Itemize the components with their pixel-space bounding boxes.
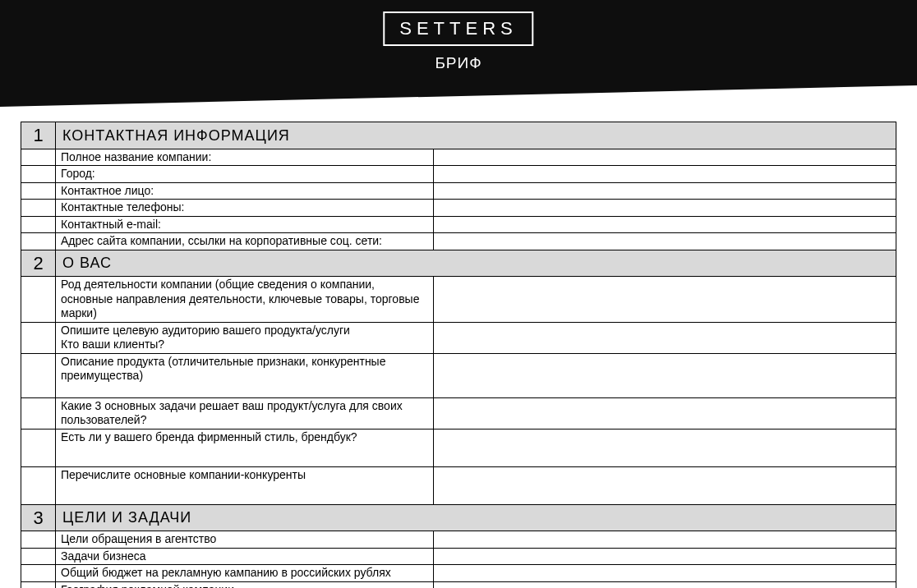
table-spacer bbox=[21, 565, 56, 582]
field-label: Полное название компании: bbox=[56, 149, 434, 166]
section-number: 3 bbox=[21, 504, 56, 531]
table-spacer bbox=[21, 531, 56, 549]
table-spacer bbox=[21, 353, 56, 397]
field-value[interactable] bbox=[434, 200, 896, 217]
document-subtitle: БРИФ bbox=[435, 54, 482, 72]
table-spacer bbox=[21, 200, 56, 217]
table-spacer bbox=[21, 166, 56, 183]
field-value[interactable] bbox=[434, 216, 896, 233]
field-value[interactable] bbox=[434, 531, 896, 549]
field-value[interactable] bbox=[434, 166, 896, 183]
field-label: Контактные телефоны: bbox=[56, 200, 434, 217]
section-title: КОНТАКТНАЯ ИНФОРМАЦИЯ bbox=[56, 122, 896, 149]
section-title: ЦЕЛИ И ЗАДАЧИ bbox=[56, 504, 896, 531]
field-label: Задачи бизнеса bbox=[56, 548, 434, 565]
field-value[interactable] bbox=[434, 182, 896, 200]
field-label: Есть ли у вашего бренда фирменный стиль,… bbox=[56, 429, 434, 466]
field-value[interactable] bbox=[434, 581, 896, 588]
section-number: 1 bbox=[21, 122, 56, 149]
table-spacer bbox=[21, 581, 56, 588]
field-value[interactable] bbox=[434, 466, 896, 504]
field-value[interactable] bbox=[434, 322, 896, 353]
field-value[interactable] bbox=[434, 565, 896, 582]
field-label: Описание продукта (отличительные признак… bbox=[56, 353, 434, 397]
table-spacer bbox=[21, 182, 56, 200]
brand-logo: SETTERS bbox=[383, 11, 533, 46]
table-spacer bbox=[21, 548, 56, 565]
brief-table: 1КОНТАКТНАЯ ИНФОРМАЦИЯПолное название ко… bbox=[21, 122, 896, 588]
field-value[interactable] bbox=[434, 429, 896, 466]
table-spacer bbox=[21, 466, 56, 504]
table-spacer bbox=[21, 429, 56, 466]
field-value[interactable] bbox=[434, 277, 896, 323]
table-spacer bbox=[21, 397, 56, 429]
section-title: О ВАС bbox=[56, 250, 896, 277]
field-value[interactable] bbox=[434, 149, 896, 166]
field-label: Цели обращения в агентство bbox=[56, 531, 434, 549]
table-spacer bbox=[21, 277, 56, 323]
field-label: Контактное лицо: bbox=[56, 182, 434, 200]
form-content: 1КОНТАКТНАЯ ИНФОРМАЦИЯПолное название ко… bbox=[0, 107, 917, 588]
field-label: Город: bbox=[56, 166, 434, 183]
field-value[interactable] bbox=[434, 548, 896, 565]
table-spacer bbox=[21, 322, 56, 353]
field-label: Общий бюджет на рекламную кампанию в рос… bbox=[56, 565, 434, 582]
table-spacer bbox=[21, 216, 56, 233]
field-value[interactable] bbox=[434, 353, 896, 397]
field-label: География рекламной кампании bbox=[56, 581, 434, 588]
table-spacer bbox=[21, 149, 56, 166]
field-label: Контактный e-mail: bbox=[56, 216, 434, 233]
field-label: Адрес сайта компании, ссылки на корпорат… bbox=[56, 233, 434, 250]
document-header: SETTERS БРИФ bbox=[0, 0, 917, 107]
field-value[interactable] bbox=[434, 233, 896, 250]
field-label: Род деятельности компании (общие сведени… bbox=[56, 277, 434, 323]
field-label: Опишите целевую аудиторию вашего продукт… bbox=[56, 322, 434, 353]
field-value[interactable] bbox=[434, 397, 896, 429]
section-number: 2 bbox=[21, 250, 56, 277]
table-spacer bbox=[21, 233, 56, 250]
field-label: Перечислите основные компании-конкуренты bbox=[56, 466, 434, 504]
field-label: Какие 3 основных задачи решает ваш проду… bbox=[56, 397, 434, 429]
